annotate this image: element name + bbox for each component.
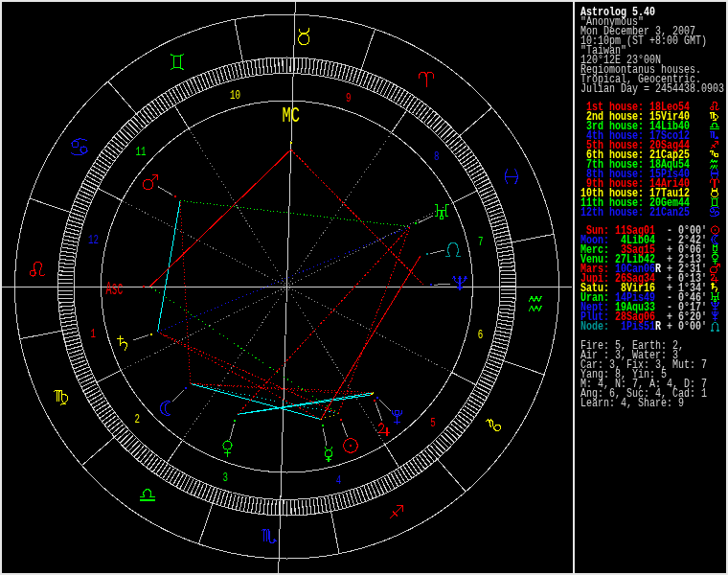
svg-text:Learn: 4, Share: 9: Learn: 4, Share: 9: [580, 397, 684, 410]
svg-text:7: 7: [478, 236, 484, 249]
svg-text:5: 5: [430, 417, 436, 430]
svg-text:Julian Day = 2454438.0903: Julian Day = 2454438.0903: [580, 82, 724, 96]
svg-text:11: 11: [135, 146, 146, 159]
svg-text:9: 9: [346, 92, 352, 105]
svg-text:Node: 1Pis51R+ 0°00': Node: 1Pis51R+ 0°00': [580, 320, 707, 334]
svg-text:4: 4: [336, 474, 342, 488]
svg-text:12th house:21Can25: 12th house:21Can25: [580, 206, 690, 219]
svg-text:1: 1: [90, 328, 96, 341]
svg-text:MC: MC: [283, 104, 301, 128]
svg-text:3: 3: [223, 472, 229, 485]
svg-text:2: 2: [134, 413, 140, 426]
svg-text:10: 10: [230, 89, 240, 103]
svg-text:Asc: Asc: [106, 278, 124, 300]
svg-text:12: 12: [88, 234, 99, 247]
svg-text:6: 6: [478, 329, 484, 342]
svg-text:8: 8: [434, 150, 440, 164]
